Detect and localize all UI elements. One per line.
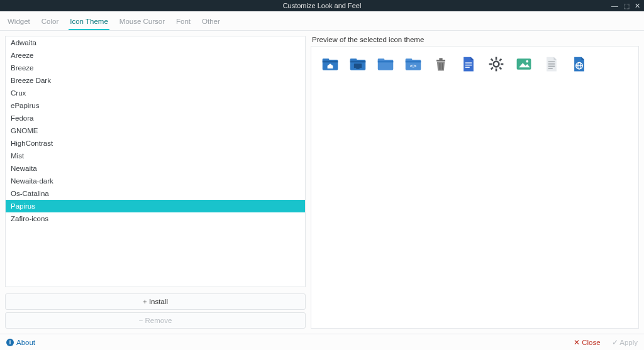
window-controls: — ⬚ ✕ <box>611 0 640 11</box>
window-title: Customize Look and Feel <box>283 2 362 9</box>
svg-rect-5 <box>350 61 366 63</box>
svg-rect-10 <box>378 61 394 63</box>
footer-bar: i About ✕ Close ✓ Apply <box>0 334 644 350</box>
window-minimize-icon[interactable]: — <box>611 3 618 9</box>
document-icon <box>460 55 477 73</box>
window-close-icon[interactable]: ✕ <box>635 3 640 9</box>
theme-item[interactable]: Papirus <box>6 200 305 212</box>
settings-icon <box>487 55 505 73</box>
theme-item[interactable]: Os-Catalina <box>6 187 305 200</box>
about-button[interactable]: i About <box>6 339 35 346</box>
theme-item[interactable]: Adwaita <box>6 36 305 49</box>
theme-item[interactable]: ePapirus <box>6 99 305 112</box>
svg-point-23 <box>494 62 499 67</box>
svg-rect-6 <box>354 63 362 68</box>
theme-item[interactable]: GNOME <box>6 124 305 137</box>
html-icon <box>570 55 588 73</box>
folder-icon <box>377 55 394 73</box>
svg-rect-7 <box>356 68 359 69</box>
install-button[interactable]: + Install <box>5 293 306 310</box>
main-content: AdwaitaAreezeBreezeBreeze DarkCruxePapir… <box>0 31 644 334</box>
tab-other[interactable]: Other <box>201 15 221 30</box>
tab-bar: WidgetColorIcon ThemeMouse CursorFontOth… <box>0 11 644 31</box>
theme-item[interactable]: Areeze <box>6 49 305 62</box>
window-maximize-icon[interactable]: ⬚ <box>623 3 630 9</box>
svg-rect-21 <box>465 65 472 65</box>
image-icon <box>515 55 533 73</box>
theme-item[interactable]: Newaita-dark <box>6 175 305 187</box>
svg-rect-15 <box>436 60 445 62</box>
about-label: About <box>16 339 35 346</box>
svg-rect-37 <box>548 66 555 67</box>
preview-box: <> <box>311 46 639 329</box>
icon-theme-list[interactable]: AdwaitaAreezeBreezeBreeze DarkCruxePapir… <box>5 36 306 287</box>
svg-rect-35 <box>548 62 555 62</box>
tab-color[interactable]: Color <box>40 15 60 30</box>
icon-preview-grid: <> <box>321 55 628 73</box>
apply-check-icon: ✓ <box>612 339 620 346</box>
theme-item[interactable]: Crux <box>6 87 305 99</box>
folder-code-icon: <> <box>404 55 422 73</box>
svg-rect-13 <box>406 61 421 63</box>
svg-text:<>: <> <box>410 63 417 69</box>
text-file-icon <box>543 55 560 73</box>
svg-rect-38 <box>548 68 553 68</box>
close-button[interactable]: ✕ Close <box>574 338 601 347</box>
theme-item[interactable]: Zafiro-icons <box>6 212 305 225</box>
theme-item[interactable]: HighContrast <box>6 137 305 150</box>
svg-rect-2 <box>323 61 338 63</box>
tab-widget[interactable]: Widget <box>6 15 31 30</box>
theme-item[interactable]: Breeze Dark <box>6 74 305 87</box>
trash-icon <box>432 55 450 73</box>
theme-item[interactable]: Newaita <box>6 162 305 175</box>
svg-rect-36 <box>548 63 555 64</box>
apply-button: ✓ Apply <box>612 338 638 347</box>
remove-button: − Remove <box>5 312 306 329</box>
info-icon: i <box>6 339 14 346</box>
tab-font[interactable]: Font <box>175 15 192 30</box>
folder-desktop-icon <box>349 55 367 73</box>
theme-item[interactable]: Breeze <box>6 62 305 74</box>
folder-home-icon <box>321 55 339 73</box>
svg-point-34 <box>526 60 528 63</box>
close-x-icon: ✕ <box>574 339 582 346</box>
right-column: Preview of the selected icon theme <> <box>311 36 639 329</box>
theme-item[interactable]: Mist <box>6 150 305 162</box>
svg-rect-20 <box>465 62 472 63</box>
tab-icon-theme[interactable]: Icon Theme <box>69 15 109 30</box>
svg-line-31 <box>491 67 493 69</box>
svg-rect-22 <box>465 67 470 67</box>
svg-rect-16 <box>439 58 442 60</box>
window-titlebar: Customize Look and Feel — ⬚ ✕ <box>0 0 644 11</box>
preview-label: Preview of the selected icon theme <box>311 36 639 46</box>
svg-line-28 <box>491 59 493 61</box>
tab-mouse-cursor[interactable]: Mouse Cursor <box>118 15 166 30</box>
theme-item[interactable]: Fedora <box>6 112 305 124</box>
left-column: AdwaitaAreezeBreezeBreeze DarkCruxePapir… <box>5 36 306 329</box>
svg-line-30 <box>499 59 501 61</box>
svg-line-29 <box>499 67 501 69</box>
theme-action-buttons: + Install − Remove <box>5 291 306 329</box>
